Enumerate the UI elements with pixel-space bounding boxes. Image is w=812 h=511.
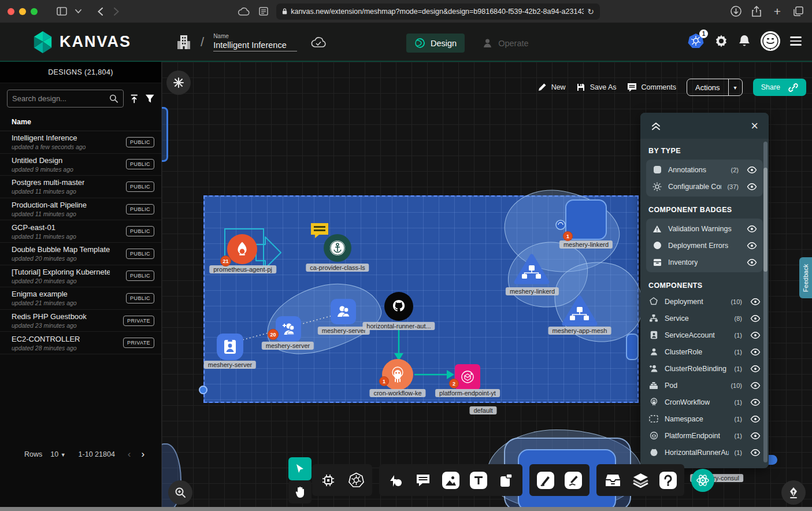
- component-item-clusterrole[interactable]: ClusterRole (1): [643, 343, 766, 360]
- design-name-input[interactable]: [213, 39, 297, 51]
- select-tool-button[interactable]: [288, 457, 312, 480]
- actions-caret-button[interactable]: ▾: [728, 79, 742, 95]
- design-list-item[interactable]: Untitled Design updated 9 minutes ago PU…: [0, 154, 161, 176]
- component-item-serviceaccount[interactable]: ServiceAccount (1): [643, 327, 766, 343]
- next-page-button[interactable]: ›: [142, 449, 145, 460]
- sidebar-chevron-icon[interactable]: [70, 3, 86, 20]
- component-item-deployment[interactable]: Deployment (10): [643, 293, 766, 310]
- kanvas-logo[interactable]: KANVAS: [32, 31, 131, 54]
- node-prometheus[interactable]: [227, 234, 257, 264]
- eye-icon[interactable]: [750, 365, 761, 373]
- eye-icon[interactable]: [747, 258, 757, 266]
- whiteboarding-pen-button[interactable]: [781, 480, 806, 505]
- node-label[interactable]: platform-endpoint-yt: [435, 389, 500, 397]
- forward-button[interactable]: [108, 3, 124, 20]
- comment-tool[interactable]: [413, 470, 433, 491]
- eye-icon[interactable]: [750, 382, 761, 390]
- component-item-horizontalrunnerautoscaler[interactable]: HorizontalRunnerAutoscaler (1): [643, 444, 766, 461]
- window-close-button[interactable]: [8, 8, 14, 15]
- image-tool[interactable]: [440, 470, 461, 491]
- layer-item-configurable-components[interactable]: Configurable Components (37): [646, 178, 763, 195]
- node-label[interactable]: ca-provider-class-ls: [306, 264, 369, 272]
- eye-icon[interactable]: [750, 314, 761, 323]
- save-as-button[interactable]: Save As: [576, 83, 617, 92]
- node-label[interactable]: meshery-server: [262, 342, 314, 350]
- node-label[interactable]: prometheus-agent-pj: [209, 265, 276, 273]
- node-clusterrole[interactable]: [331, 299, 356, 324]
- eye-icon[interactable]: [747, 225, 757, 233]
- node-label[interactable]: meshery-server: [204, 361, 256, 369]
- share-button[interactable]: Share: [753, 79, 806, 96]
- kubernetes-context-button[interactable]: 1: [687, 32, 705, 50]
- address-bar[interactable]: kanvas.new/extension/meshmap?mode=design…: [276, 3, 600, 20]
- refresh-icon[interactable]: ↻: [587, 7, 594, 16]
- hamburger-menu-icon[interactable]: [790, 36, 802, 46]
- zoom-in-button[interactable]: [168, 480, 192, 505]
- component-item-pod[interactable]: Pod (10): [643, 377, 766, 394]
- design-list-item[interactable]: [Tutorial] Exploring Kubernetes Pod upda…: [0, 265, 161, 288]
- settings-gear-icon[interactable]: [714, 34, 728, 48]
- pen-ruler-tool[interactable]: [535, 470, 556, 491]
- eye-icon[interactable]: [750, 398, 761, 406]
- namespace-label-default[interactable]: default: [469, 406, 496, 414]
- node-app-mesh[interactable]: [562, 295, 598, 327]
- back-button[interactable]: [92, 3, 108, 20]
- share-page-icon[interactable]: [748, 3, 765, 20]
- node-platform-endpoint[interactable]: [455, 364, 480, 390]
- horizontal-scrollbar[interactable]: [0, 507, 812, 511]
- eye-icon[interactable]: [750, 348, 761, 356]
- search-design-input[interactable]: [12, 94, 109, 103]
- filter-icon[interactable]: [145, 94, 155, 103]
- component-shapes-tool[interactable]: [318, 470, 339, 491]
- node-clusterrolebinding[interactable]: [276, 316, 301, 342]
- new-tab-icon[interactable]: +: [769, 3, 785, 20]
- drawer-tool[interactable]: [602, 470, 623, 491]
- design-list-item[interactable]: Production-alt Pipeline updated 11 minut…: [0, 198, 161, 221]
- component-item-namespace[interactable]: Namespace (1): [643, 410, 766, 427]
- comments-button[interactable]: Comments: [627, 83, 676, 92]
- eye-icon[interactable]: [750, 331, 761, 339]
- meshery-button[interactable]: [691, 469, 714, 492]
- node-ca-provider[interactable]: [324, 234, 351, 262]
- component-item-clusterrolebinding[interactable]: ClusterRoleBinding (1): [643, 360, 766, 377]
- downloads-icon[interactable]: [728, 3, 744, 20]
- note-tool[interactable]: [496, 470, 517, 491]
- design-list-item[interactable]: Enigma example updated 21 minutes ago PU…: [0, 287, 161, 310]
- node-label[interactable]: meshery-linkerd: [559, 240, 613, 249]
- rows-per-page-select[interactable]: 10 ▼: [50, 450, 65, 458]
- component-item-service[interactable]: Service (8): [643, 310, 766, 327]
- layers-tool[interactable]: [630, 470, 651, 491]
- actions-split-button[interactable]: Actions ▾: [687, 79, 743, 96]
- node-horizontal-runner[interactable]: [384, 292, 413, 321]
- eye-icon[interactable]: [747, 242, 757, 250]
- badge-item-validation-warnings[interactable]: Validation Warnings: [646, 220, 763, 237]
- panel-scrollbar-thumb[interactable]: [763, 168, 767, 272]
- window-zoom-button[interactable]: [31, 8, 38, 15]
- tab-overview-icon[interactable]: [790, 3, 806, 20]
- feedback-tab[interactable]: Feedback: [799, 257, 812, 298]
- layer-item-annotations[interactable]: Annotations (2): [646, 161, 763, 178]
- pencil-tool[interactable]: [563, 470, 584, 491]
- eye-icon[interactable]: [747, 166, 757, 174]
- notifications-bell-icon[interactable]: [738, 34, 751, 48]
- eye-icon[interactable]: [750, 415, 761, 423]
- node-label[interactable]: meshery-app-mesh: [548, 327, 611, 335]
- icloud-tab-icon[interactable]: [236, 3, 252, 20]
- organization-icon[interactable]: [176, 34, 191, 50]
- badge-item-inventory[interactable]: Inventory: [646, 254, 763, 271]
- tab-design[interactable]: Design: [406, 34, 465, 53]
- new-button[interactable]: New: [537, 83, 566, 92]
- text-tool[interactable]: [468, 470, 489, 491]
- design-list-item[interactable]: Double Bubble Map Template-copy updated …: [0, 243, 161, 265]
- pan-tool-button[interactable]: [288, 480, 312, 503]
- eye-icon[interactable]: [747, 183, 757, 191]
- kubernetes-tool[interactable]: [346, 470, 366, 491]
- tab-operate[interactable]: Operate: [474, 34, 536, 53]
- snap-to-grid-button[interactable]: [166, 71, 191, 95]
- badge-item-deployment-errors[interactable]: Deployment Errors: [646, 237, 763, 254]
- sidebar-toggle-icon[interactable]: [54, 3, 70, 20]
- eye-icon[interactable]: [750, 298, 761, 306]
- node-label[interactable]: horizontal-runner-aut...: [362, 322, 435, 330]
- design-list-item[interactable]: Postgres multi-master updated 11 minutes…: [0, 176, 161, 198]
- node-cron-workflow[interactable]: [382, 359, 413, 390]
